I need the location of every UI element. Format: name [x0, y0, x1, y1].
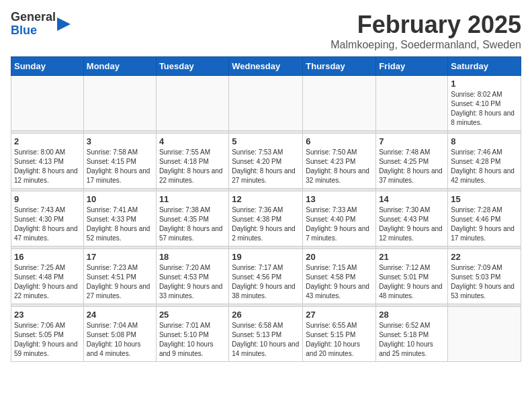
calendar-cell: 21Sunrise: 7:12 AM Sunset: 5:01 PM Dayli… [376, 249, 448, 304]
calendar-cell: 16Sunrise: 7:25 AM Sunset: 4:48 PM Dayli… [11, 249, 84, 304]
calendar-cell: 14Sunrise: 7:30 AM Sunset: 4:43 PM Dayli… [376, 191, 448, 246]
calendar-cell: 25Sunrise: 7:01 AM Sunset: 5:10 PM Dayli… [156, 307, 228, 362]
day-info: Sunrise: 7:28 AM Sunset: 4:46 PM Dayligh… [451, 205, 518, 243]
day-number: 27 [306, 310, 373, 320]
day-header-monday: Monday [83, 57, 156, 76]
day-info: Sunrise: 7:09 AM Sunset: 5:03 PM Dayligh… [451, 263, 518, 301]
day-info: Sunrise: 8:02 AM Sunset: 4:10 PM Dayligh… [451, 90, 518, 128]
day-info: Sunrise: 7:58 AM Sunset: 4:15 PM Dayligh… [87, 148, 153, 185]
calendar-cell [376, 76, 448, 131]
day-number: 8 [451, 136, 518, 146]
day-info: Sunrise: 7:55 AM Sunset: 4:18 PM Dayligh… [159, 148, 226, 185]
calendar-cell [303, 76, 376, 131]
day-header-thursday: Thursday [303, 57, 376, 76]
day-info: Sunrise: 7:38 AM Sunset: 4:35 PM Dayligh… [159, 205, 226, 243]
calendar-week-row: 16Sunrise: 7:25 AM Sunset: 4:48 PM Dayli… [11, 249, 521, 304]
day-number: 26 [232, 310, 300, 320]
header: General Blue February 2025 Malmkoeping, … [11, 11, 521, 51]
day-info: Sunrise: 6:52 AM Sunset: 5:18 PM Dayligh… [379, 321, 445, 359]
day-number: 6 [306, 136, 373, 146]
day-number: 4 [159, 136, 226, 146]
calendar-cell: 26Sunrise: 6:58 AM Sunset: 5:13 PM Dayli… [229, 307, 303, 362]
title-section: February 2025 Malmkoeping, Soedermanland… [330, 11, 521, 51]
calendar-week-row: 23Sunrise: 7:06 AM Sunset: 5:05 PM Dayli… [11, 307, 521, 362]
calendar-cell [229, 76, 303, 131]
calendar-week-row: 2Sunrise: 8:00 AM Sunset: 4:13 PM Daylig… [11, 134, 521, 189]
day-header-wednesday: Wednesday [229, 57, 303, 76]
day-info: Sunrise: 7:01 AM Sunset: 5:10 PM Dayligh… [159, 321, 226, 359]
day-info: Sunrise: 7:36 AM Sunset: 4:38 PM Dayligh… [232, 205, 300, 243]
calendar-week-row: 1Sunrise: 8:02 AM Sunset: 4:10 PM Daylig… [11, 76, 521, 131]
day-number: 24 [87, 310, 153, 320]
day-number: 28 [379, 310, 445, 320]
day-info: Sunrise: 7:12 AM Sunset: 5:01 PM Dayligh… [379, 263, 445, 301]
calendar-cell: 10Sunrise: 7:41 AM Sunset: 4:33 PM Dayli… [83, 191, 156, 246]
day-number: 2 [14, 136, 81, 146]
calendar: SundayMondayTuesdayWednesdayThursdayFrid… [11, 56, 521, 362]
day-number: 21 [379, 252, 445, 262]
logo-arrow-icon [57, 16, 71, 32]
day-number: 10 [87, 194, 153, 204]
day-number: 13 [306, 194, 373, 204]
day-number: 15 [451, 194, 518, 204]
day-number: 16 [14, 252, 81, 262]
calendar-header-row: SundayMondayTuesdayWednesdayThursdayFrid… [11, 57, 521, 76]
day-header-friday: Friday [376, 57, 448, 76]
calendar-cell: 4Sunrise: 7:55 AM Sunset: 4:18 PM Daylig… [156, 134, 228, 189]
day-number: 1 [451, 79, 518, 89]
calendar-cell [83, 76, 156, 131]
day-info: Sunrise: 7:06 AM Sunset: 5:05 PM Dayligh… [14, 321, 81, 359]
day-info: Sunrise: 6:58 AM Sunset: 5:13 PM Dayligh… [232, 321, 300, 359]
calendar-cell [448, 307, 521, 362]
day-number: 12 [232, 194, 300, 204]
day-number: 23 [14, 310, 81, 320]
calendar-cell: 3Sunrise: 7:58 AM Sunset: 4:15 PM Daylig… [83, 134, 156, 189]
calendar-cell [156, 76, 228, 131]
calendar-cell: 6Sunrise: 7:50 AM Sunset: 4:23 PM Daylig… [303, 134, 376, 189]
day-number: 22 [451, 252, 518, 262]
calendar-cell: 24Sunrise: 7:04 AM Sunset: 5:08 PM Dayli… [83, 307, 156, 362]
day-number: 14 [379, 194, 445, 204]
calendar-cell: 1Sunrise: 8:02 AM Sunset: 4:10 PM Daylig… [448, 76, 521, 131]
day-info: Sunrise: 6:55 AM Sunset: 5:15 PM Dayligh… [306, 321, 373, 359]
day-info: Sunrise: 7:53 AM Sunset: 4:20 PM Dayligh… [232, 148, 300, 185]
calendar-cell: 19Sunrise: 7:17 AM Sunset: 4:56 PM Dayli… [229, 249, 303, 304]
day-info: Sunrise: 7:17 AM Sunset: 4:56 PM Dayligh… [232, 263, 300, 301]
day-header-tuesday: Tuesday [156, 57, 228, 76]
calendar-cell: 11Sunrise: 7:38 AM Sunset: 4:35 PM Dayli… [156, 191, 228, 246]
day-info: Sunrise: 7:41 AM Sunset: 4:33 PM Dayligh… [87, 205, 153, 243]
day-number: 3 [87, 136, 153, 146]
day-number: 11 [159, 194, 226, 204]
day-number: 17 [87, 252, 153, 262]
logo-text: General Blue [11, 11, 56, 38]
day-info: Sunrise: 7:43 AM Sunset: 4:30 PM Dayligh… [14, 205, 81, 243]
calendar-cell: 15Sunrise: 7:28 AM Sunset: 4:46 PM Dayli… [448, 191, 521, 246]
day-number: 9 [14, 194, 81, 204]
calendar-cell: 2Sunrise: 8:00 AM Sunset: 4:13 PM Daylig… [11, 134, 84, 189]
location-title: Malmkoeping, Soedermanland, Sweden [330, 39, 521, 51]
calendar-cell: 13Sunrise: 7:33 AM Sunset: 4:40 PM Dayli… [303, 191, 376, 246]
day-number: 19 [232, 252, 300, 262]
day-header-sunday: Sunday [11, 57, 84, 76]
day-info: Sunrise: 7:50 AM Sunset: 4:23 PM Dayligh… [306, 148, 373, 185]
calendar-cell: 17Sunrise: 7:23 AM Sunset: 4:51 PM Dayli… [83, 249, 156, 304]
calendar-cell: 27Sunrise: 6:55 AM Sunset: 5:15 PM Dayli… [303, 307, 376, 362]
calendar-cell: 12Sunrise: 7:36 AM Sunset: 4:38 PM Dayli… [229, 191, 303, 246]
calendar-cell: 8Sunrise: 7:46 AM Sunset: 4:28 PM Daylig… [448, 134, 521, 189]
calendar-cell: 28Sunrise: 6:52 AM Sunset: 5:18 PM Dayli… [376, 307, 448, 362]
day-info: Sunrise: 8:00 AM Sunset: 4:13 PM Dayligh… [14, 148, 81, 185]
day-info: Sunrise: 7:33 AM Sunset: 4:40 PM Dayligh… [306, 205, 373, 243]
day-info: Sunrise: 7:04 AM Sunset: 5:08 PM Dayligh… [87, 321, 153, 359]
day-info: Sunrise: 7:23 AM Sunset: 4:51 PM Dayligh… [87, 263, 153, 301]
calendar-week-row: 9Sunrise: 7:43 AM Sunset: 4:30 PM Daylig… [11, 191, 521, 246]
day-info: Sunrise: 7:15 AM Sunset: 4:58 PM Dayligh… [306, 263, 373, 301]
day-number: 25 [159, 310, 226, 320]
calendar-cell: 7Sunrise: 7:48 AM Sunset: 4:25 PM Daylig… [376, 134, 448, 189]
day-number: 20 [306, 252, 373, 262]
calendar-cell: 18Sunrise: 7:20 AM Sunset: 4:53 PM Dayli… [156, 249, 228, 304]
calendar-cell: 9Sunrise: 7:43 AM Sunset: 4:30 PM Daylig… [11, 191, 84, 246]
logo: General Blue [11, 11, 71, 38]
day-number: 18 [159, 252, 226, 262]
calendar-body: 1Sunrise: 8:02 AM Sunset: 4:10 PM Daylig… [11, 76, 521, 362]
calendar-cell: 5Sunrise: 7:53 AM Sunset: 4:20 PM Daylig… [229, 134, 303, 189]
